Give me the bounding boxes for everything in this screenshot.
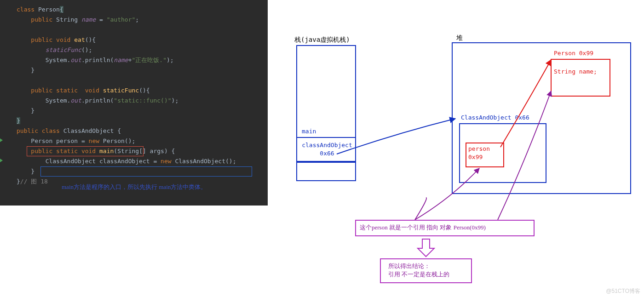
memory-diagram: 栈(java虚拟机栈) 堆 main classAndObject 0x66 P… (268, 0, 644, 297)
code-line: System.out.println(name+"正在吃饭."); (6, 55, 268, 65)
stack-var-name: classAndObject (300, 142, 354, 148)
person-field-name: person (468, 145, 500, 152)
gutter (0, 0, 6, 206)
watermark: @51CTO博客 (606, 287, 640, 295)
run-icon[interactable] (0, 138, 3, 142)
code-line: public String name = "author"; (6, 15, 268, 25)
code-line: Person person = new Person(); (6, 136, 268, 146)
code-line: } (6, 65, 268, 75)
stack-title: 栈(java虚拟机栈) (294, 36, 350, 44)
code-line: staticFunc(); (6, 45, 268, 55)
run-icon[interactable] (0, 159, 3, 162)
stack-var-addr: 0x66 (300, 150, 354, 157)
code-editor: class Person{ public String name = "auth… (0, 0, 268, 206)
note-text-1: 这个person 就是一个引用 指向 对象 Person(0x99) (360, 223, 530, 232)
code-annotation: main方法是程序的入口，所以先执行 main方法中类体。 (62, 182, 207, 192)
note-text-2b: 引用 不一定是在栈上的 (388, 270, 466, 279)
stack-divider (296, 162, 356, 163)
code-line (6, 75, 268, 86)
classandobject-label: ClassAndObject 0x66 (461, 114, 548, 121)
code-line: } (6, 116, 268, 126)
code-line: } (6, 106, 268, 116)
code-line: ClassAndObject classAndObject = new Clas… (6, 156, 268, 166)
code-line: public class ClassAndObject { (6, 126, 268, 136)
stack-frame (296, 137, 356, 162)
highlight-red-box (27, 146, 144, 156)
code-line: public static void staticFunc(){ (6, 86, 268, 96)
note-text-2a: 所以得出结论： (388, 262, 466, 270)
code-line (6, 25, 268, 35)
heap-title: 堆 (456, 34, 463, 42)
person-object-field: String name; (554, 68, 609, 75)
code-line: public void eat(){ (6, 35, 268, 45)
code-line: class Person{ (6, 5, 268, 15)
stack-frame-label: main (302, 128, 329, 135)
highlight-blue-box (40, 166, 252, 177)
person-object (551, 59, 610, 97)
code-line: System.out.println("static::func()"); (6, 96, 268, 106)
person-field-addr: 0x99 (468, 154, 500, 160)
person-object-label: Person 0x99 (554, 50, 609, 57)
